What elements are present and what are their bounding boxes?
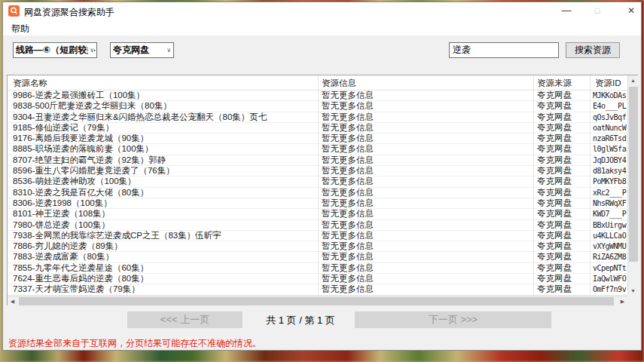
cell-name: 7980-饼总逆袭（100集） <box>13 220 316 231</box>
cell-id: u4KLLCaO.. <box>593 231 627 241</box>
cell-source: 夸克网盘 <box>537 155 587 166</box>
cell-name: 8707-绝望主妇的霸气逆袭（92集）郭静 <box>13 155 316 166</box>
scroll-up-icon[interactable]: ▲ <box>628 75 638 85</box>
cell-id: BBxUirgw.. <box>593 220 627 231</box>
cell-name: 7337-天才萌宝带妈逆袭（79集） <box>13 284 316 295</box>
cell-info: 暂无更多信息 <box>322 101 530 112</box>
column-header-id[interactable]: 资源ID <box>595 78 621 89</box>
line-select-value: 线路—⑥（短剧较多 <box>16 44 96 55</box>
cell-source: 夸克网盘 <box>537 133 587 144</box>
cell-name: 7886-穷儿媳的逆袭（89集） <box>13 241 316 252</box>
vertical-scrollbar[interactable]: ▲ ▼ <box>627 75 638 296</box>
line-select-dropdown[interactable]: 线路—⑥（短剧较多 ∨ <box>13 42 97 58</box>
cell-id: IaQwlWFO.. <box>593 274 627 284</box>
cell-source: 夸克网盘 <box>537 231 587 241</box>
cell-name: 9304-丑妻逆袭之华丽归来&闪婚热恋总裁老公宠翻天（80集）页七 <box>13 112 316 123</box>
cell-id: KWD7___P.. <box>593 209 627 219</box>
cell-id: JqDJOBY4.. <box>593 155 627 166</box>
cell-source: 夸克网盘 <box>537 112 587 123</box>
cell-source: 夸克网盘 <box>537 176 587 187</box>
scroll-down-icon[interactable]: ▼ <box>628 286 638 296</box>
cell-name: 8536-萌娃逆袭神助攻（100集） <box>13 176 316 187</box>
pan-type-dropdown[interactable]: 夸克网盘 ∨ <box>110 42 174 58</box>
cell-info: 暂无更多信息 <box>322 241 530 252</box>
cell-source: 夸克网盘 <box>537 252 587 262</box>
cell-info: 暂无更多信息 <box>322 231 530 241</box>
cell-source: 夸克网盘 <box>537 123 587 133</box>
cell-info: 暂无更多信息 <box>322 133 530 144</box>
cell-info: 暂无更多信息 <box>322 90 530 101</box>
cell-id: l0glWSfa.. <box>593 144 627 155</box>
menu-item-help[interactable]: 帮助 <box>8 22 32 36</box>
maximize-button[interactable]: □ <box>586 2 609 20</box>
cell-name: 9838-500斤肥妻逆袭之华丽归来（80集） <box>13 101 316 112</box>
disclaimer-text: 资源结果全部来自于互联网，分页结果可能存在不准确的情况。 <box>8 337 261 350</box>
cell-id: OmFf7n9v.. <box>593 284 627 295</box>
cell-id: qOsJvBqf.. <box>593 112 627 123</box>
horizontal-scrollbar[interactable]: ◀ ▶ <box>8 296 627 305</box>
cell-info: 暂无更多信息 <box>322 209 530 219</box>
title-bar: 网盘资源聚合搜索助手 — □ ✕ <box>3 2 641 20</box>
column-divider <box>533 75 534 296</box>
column-header-name[interactable]: 资源名称 <box>13 78 47 89</box>
vertical-scroll-thumb[interactable] <box>629 87 638 262</box>
next-page-button[interactable]: 下一页 >>> <box>355 311 551 328</box>
app-logo-search-icon <box>8 5 20 17</box>
cell-info: 暂无更多信息 <box>322 220 530 231</box>
cell-name: 7938-全网黑的我靠综艺逆袭成CP之王（83集）伍昕宇 <box>13 231 316 241</box>
cell-source: 夸克网盘 <box>537 274 587 284</box>
cell-name: 9185-修仙逆袭记（79集） <box>13 123 316 133</box>
cell-name: 7883-逆袭成富豪（80集） <box>13 252 316 262</box>
cell-id: MJKKoDAs.. <box>593 90 627 101</box>
results-table: 资源名称 资源信息 资源来源 资源ID 9986-逆袭之最强搬砖工（100集）暂… <box>7 75 638 305</box>
horizontal-scroll-thumb[interactable] <box>19 297 614 305</box>
page-info: 共 1 页 / 第 1 页 <box>252 314 349 327</box>
cell-info: 暂无更多信息 <box>322 274 530 284</box>
cell-name: 9176-离婚后我要逆袭龙城（90集） <box>13 133 316 144</box>
scroll-right-icon[interactable]: ▶ <box>618 296 627 306</box>
cell-name: 7624-重生恶毒后妈的逆袭（80集） <box>13 274 316 284</box>
cell-info: 暂无更多信息 <box>322 284 530 295</box>
cell-name: 8101-神王逆袭（108集） <box>13 209 316 219</box>
cell-source: 夸克网盘 <box>537 166 587 176</box>
column-divider <box>318 75 319 296</box>
search-input[interactable] <box>449 42 559 58</box>
search-button[interactable]: 搜索资源 <box>566 42 620 58</box>
cell-name: 8306-逆袭1998（100集） <box>13 198 316 209</box>
cell-info: 暂无更多信息 <box>322 112 530 123</box>
close-button[interactable]: ✕ <box>620 2 642 20</box>
app-window: 网盘资源聚合搜索助手 — □ ✕ 帮助 线路—⑥（短剧较多 ∨ 夸克网盘 ∨ 搜… <box>2 2 642 351</box>
menu-bar: 帮助 <box>3 20 641 35</box>
cell-id: E4o___PL.. <box>593 101 627 112</box>
minimize-button[interactable]: — <box>555 2 578 20</box>
cell-id: vXYgWNMU.. <box>593 241 627 252</box>
cell-info: 暂无更多信息 <box>322 155 530 166</box>
cell-source: 夸克网盘 <box>537 209 587 219</box>
cell-id: d81aksy4.. <box>593 166 627 176</box>
prev-page-button[interactable]: <<< 上一页 <box>127 311 243 328</box>
cell-source: 夸克网盘 <box>537 284 587 295</box>
cell-name: 8596-重生八零闪婚肥妻竟逆袭了（76集） <box>13 166 316 176</box>
cell-id: RiZA6ZM8.. <box>593 252 627 262</box>
cell-id: vCpepNTt.. <box>593 263 627 274</box>
window-title: 网盘资源聚合搜索助手 <box>24 6 114 19</box>
cell-info: 暂无更多信息 <box>322 144 530 155</box>
scrollbar-corner <box>627 296 638 305</box>
cell-source: 夸克网盘 <box>537 144 587 155</box>
cell-source: 夸克网盘 <box>537 188 587 198</box>
cell-id: NhsRWqXF.. <box>593 198 627 209</box>
cell-info: 暂无更多信息 <box>322 198 530 209</box>
pan-type-value: 夸克网盘 <box>113 44 149 55</box>
cell-source: 夸克网盘 <box>537 101 587 112</box>
scroll-left-icon[interactable]: ◀ <box>8 296 17 306</box>
cell-id: xRc2___P.. <box>593 188 627 198</box>
chevron-down-icon: ∨ <box>165 43 171 57</box>
cell-id: PoMKYFb8.. <box>593 176 627 187</box>
cell-source: 夸克网盘 <box>537 198 587 209</box>
column-header-source[interactable]: 资源来源 <box>537 78 572 89</box>
cell-info: 暂无更多信息 <box>322 263 530 274</box>
column-header-info[interactable]: 资源信息 <box>322 78 356 89</box>
cell-source: 夸克网盘 <box>537 220 587 231</box>
cell-source: 夸克网盘 <box>537 90 587 101</box>
chevron-down-icon: ∨ <box>88 43 94 57</box>
